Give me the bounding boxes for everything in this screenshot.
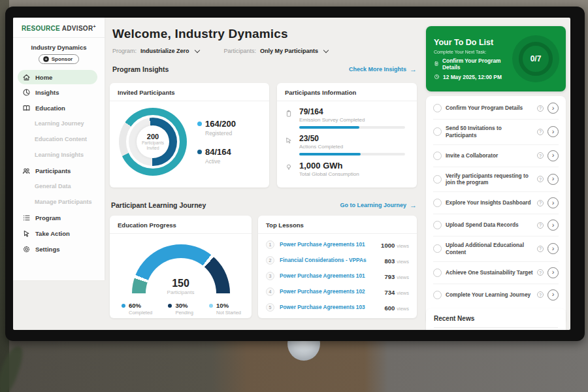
org-name: Industry Dynamics	[13, 44, 105, 51]
lesson-link[interactable]: Power Purchase Agreements 102	[280, 288, 379, 295]
chevron-down-icon[interactable]	[323, 47, 329, 52]
task-row: Confirm Your Program Details ? ›	[433, 97, 559, 119]
page-title: Welcome, Industry Dynamics	[112, 27, 417, 41]
info-icon[interactable]: ?	[537, 291, 544, 298]
todo-next-task: Confirm Your Program Details	[434, 57, 512, 71]
info-icon[interactable]: ?	[537, 269, 544, 276]
task-row: Upload Spend Data Records ? ›	[433, 214, 559, 236]
sidebar-item-label: Learning Journey	[35, 120, 84, 127]
task-go-button[interactable]: ›	[547, 243, 559, 254]
sidebar-item-label: Education	[35, 105, 65, 112]
info-icon[interactable]: ?	[537, 105, 544, 112]
lesson-link[interactable]: Power Purchase Agreements 101	[280, 272, 379, 279]
task-checkbox[interactable]	[433, 104, 442, 112]
lesson-row: 4 Power Purchase Agreements 102 734views	[266, 284, 409, 299]
task-checkbox[interactable]	[433, 152, 442, 160]
sidebar-item-insights[interactable]: Insights	[13, 84, 105, 100]
lesson-row: 5 Power Purchase Agreements 103 600views	[266, 299, 409, 315]
legend-not-started: 10% Not Started	[209, 302, 241, 316]
progress-fill	[299, 153, 361, 155]
lesson-link[interactable]: Financial Considerations - VPPAs	[280, 257, 379, 263]
todo-title: Your To Do List	[434, 38, 512, 47]
legend-active: 84/164 Active	[197, 147, 236, 165]
info-icon[interactable]: ?	[537, 200, 544, 206]
top-lessons-card: Top Lessons 1 Power Purchase Agreements …	[258, 216, 417, 318]
link-label: Go to Learning Journey	[340, 202, 406, 208]
action-cursor-icon	[285, 134, 294, 155]
clipboard-icon	[285, 107, 294, 129]
task-go-button[interactable]: ›	[547, 267, 559, 278]
sidebar-item-settings[interactable]: Settings	[13, 241, 105, 257]
sidebar-item-label: Settings	[35, 246, 59, 253]
program-select[interactable]: Industrialize Zero	[140, 48, 189, 54]
task-go-button[interactable]: ›	[547, 289, 559, 301]
task-row: Explore Your Insights Dashboard ? ›	[433, 191, 559, 214]
info-icon[interactable]: ?	[537, 129, 544, 135]
check-more-insights-link[interactable]: Check More Insights →	[349, 65, 417, 73]
sidebar-item-home[interactable]: Home	[18, 70, 97, 84]
lesson-link[interactable]: Power Purchase Agreements 103	[280, 304, 379, 310]
sponsor-badge: Sponsor	[39, 54, 79, 64]
task-checkbox[interactable]	[433, 175, 442, 184]
info-icon[interactable]: ?	[537, 176, 544, 182]
todo-progress-ring: 0/7	[512, 35, 559, 82]
legend-completed: 60% Completed	[122, 302, 152, 316]
take-action-icon	[22, 229, 31, 238]
info-icon[interactable]: ?	[537, 152, 544, 159]
arrow-right-icon: →	[410, 65, 417, 73]
invited-donut-chart: 200 Participants Invited	[119, 108, 187, 176]
todo-progress-value: 0/7	[531, 54, 542, 63]
legend-dot	[197, 122, 202, 126]
sidebar-item-education-content[interactable]: Education Content	[13, 131, 105, 147]
todo-subtitle: Complete Your Next Task:	[434, 50, 512, 54]
chevron-down-icon[interactable]	[194, 47, 199, 52]
arrow-right-icon: →	[410, 201, 417, 209]
task-row: Send 50 Invitations to Participants ? ›	[433, 119, 559, 144]
task-go-button[interactable]: ›	[547, 103, 559, 114]
sidebar-item-education[interactable]: Education	[13, 100, 105, 116]
task-checkbox[interactable]	[433, 269, 442, 277]
education-progress-card: Education Progress 150 Participants 60% …	[110, 216, 252, 318]
sidebar-item-label: Manage Participants	[35, 199, 92, 205]
card-title: Top Lessons	[258, 216, 417, 234]
legend-dot	[209, 304, 213, 308]
link-label: Check More Insights	[349, 66, 406, 73]
education-gauge-chart: 150 Participants	[132, 244, 230, 295]
sidebar-item-take-action[interactable]: Take Action	[13, 225, 105, 241]
recent-news-title: Recent News	[434, 315, 558, 322]
emission-survey-row: 79/164 Emission Survey Completed	[285, 107, 409, 129]
divider	[434, 327, 558, 328]
lesson-link[interactable]: Power Purchase Agreements 101	[280, 241, 376, 248]
legend-registered: 164/200 Registered	[197, 119, 236, 137]
task-go-button[interactable]: ›	[547, 174, 559, 185]
task-checkbox[interactable]	[433, 291, 442, 299]
learning-journey-title: Participant Learning Journey	[111, 201, 206, 209]
sidebar-item-general-data[interactable]: General Data	[13, 178, 105, 194]
task-checkbox[interactable]	[433, 127, 442, 136]
task-checkbox[interactable]	[433, 221, 442, 229]
task-go-button[interactable]: ›	[547, 126, 559, 137]
task-checkbox[interactable]	[433, 199, 442, 207]
info-icon[interactable]: ?	[537, 246, 544, 252]
go-to-learning-journey-link[interactable]: Go to Learning Journey →	[340, 201, 417, 209]
participants-select[interactable]: Only My Participants	[260, 48, 318, 54]
sidebar-item-participants[interactable]: Participants	[13, 163, 105, 178]
task-go-button[interactable]: ›	[547, 220, 559, 231]
task-checkbox[interactable]	[433, 244, 442, 253]
task-go-button[interactable]: ›	[547, 150, 559, 161]
education-icon	[22, 104, 31, 112]
sidebar-item-label: Education Content	[35, 136, 87, 142]
sponsor-badge-icon	[43, 56, 49, 62]
sidebar-item-manage-participants[interactable]: Manage Participants	[13, 194, 105, 210]
info-icon[interactable]: ?	[537, 222, 544, 229]
home-icon	[22, 73, 31, 82]
sidebar-item-learning-journey[interactable]: Learning Journey	[13, 116, 105, 131]
todo-task-list: Confirm Your Program Details ? › Send 50…	[426, 96, 566, 324]
progress-track	[299, 153, 405, 155]
task-go-button[interactable]: ›	[547, 197, 559, 208]
lesson-rank: 5	[266, 303, 274, 312]
sidebar-item-program[interactable]: Program	[13, 210, 105, 225]
sidebar-nav: Home Insights Education Learning Journey…	[13, 70, 105, 257]
sidebar-item-learning-insights[interactable]: Learning Insights	[13, 147, 105, 163]
card-title: Invited Participants	[110, 83, 269, 101]
